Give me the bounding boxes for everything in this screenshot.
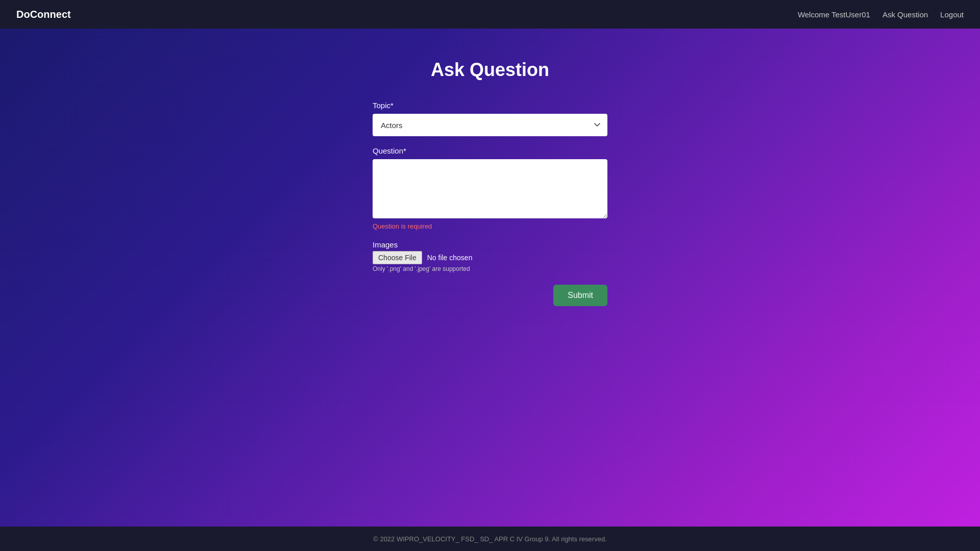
file-hint-text: Only '.png' and '.jpeg' are supported	[373, 265, 607, 272]
footer-text: © 2022 WIPRO_VELOCITY_ FSD_ SD_ APR C IV…	[373, 535, 607, 543]
question-label: Question*	[373, 146, 607, 155]
images-label: Images	[373, 240, 607, 249]
ask-question-form: Topic* ActorsDirectorsMoviesTV ShowsMusi…	[373, 101, 607, 306]
main-content: Ask Question Topic* ActorsDirectorsMovie…	[0, 29, 980, 527]
page-title: Ask Question	[431, 59, 549, 81]
submit-row: Submit	[373, 285, 607, 306]
footer: © 2022 WIPRO_VELOCITY_ FSD_ SD_ APR C IV…	[0, 527, 980, 551]
question-error: Question is required	[373, 222, 607, 230]
images-group: Images Choose File No file chosen Only '…	[373, 240, 607, 272]
topic-label: Topic*	[373, 101, 607, 110]
topic-select[interactable]: ActorsDirectorsMoviesTV ShowsMusic	[373, 114, 607, 136]
file-input-row: Choose File No file chosen	[373, 253, 607, 262]
topic-group: Topic* ActorsDirectorsMoviesTV ShowsMusi…	[373, 101, 607, 136]
question-group: Question* Question is required	[373, 146, 607, 230]
submit-button[interactable]: Submit	[553, 285, 607, 306]
ask-question-link[interactable]: Ask Question	[883, 10, 928, 19]
file-name-text: No file chosen	[427, 254, 473, 262]
brand-logo: DoConnect	[16, 9, 71, 20]
question-textarea[interactable]	[373, 159, 607, 218]
welcome-text: Welcome TestUser01	[798, 10, 870, 19]
navbar: DoConnect Welcome TestUser01 Ask Questio…	[0, 0, 980, 29]
logout-link[interactable]: Logout	[940, 10, 964, 19]
file-input-wrapper[interactable]: Choose File	[373, 253, 422, 262]
navbar-links: Welcome TestUser01 Ask Question Logout	[798, 10, 964, 19]
